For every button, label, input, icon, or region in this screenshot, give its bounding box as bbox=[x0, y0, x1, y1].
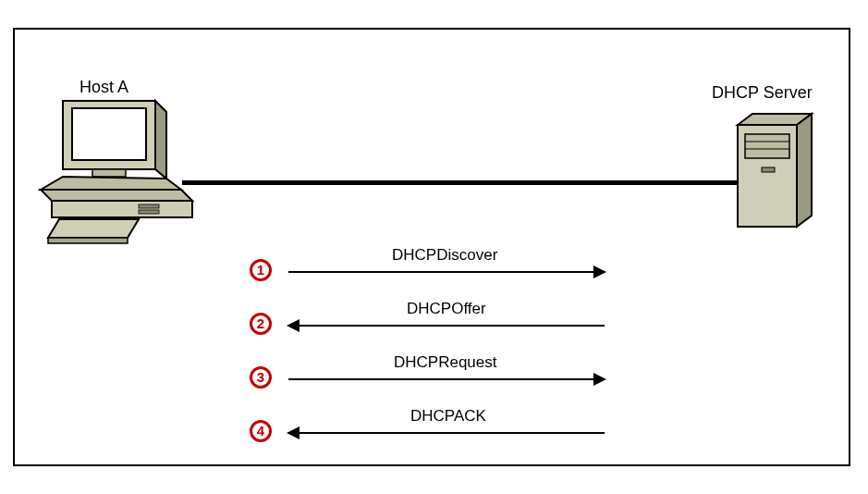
step-label-4: DHCPACK bbox=[410, 407, 486, 426]
step-arrow-1 bbox=[288, 271, 605, 273]
step-label-3: DHCPRequest bbox=[394, 353, 497, 372]
step-label-1: DHCPDiscover bbox=[392, 246, 497, 265]
svg-marker-4 bbox=[41, 190, 192, 201]
svg-rect-2 bbox=[72, 108, 146, 160]
step-circle-3: 3 bbox=[250, 366, 272, 389]
step-arrow-3 bbox=[288, 378, 605, 380]
dhcp-server-icon bbox=[734, 112, 817, 232]
svg-rect-7 bbox=[139, 210, 159, 214]
step-circle-1: 1 bbox=[250, 259, 272, 281]
step-circle-4: 4 bbox=[250, 420, 272, 442]
svg-marker-11 bbox=[41, 177, 181, 190]
step-label-2: DHCPOffer bbox=[407, 300, 486, 318]
svg-rect-6 bbox=[139, 204, 159, 208]
step-circle-2: 2 bbox=[250, 313, 272, 335]
svg-marker-9 bbox=[48, 238, 128, 243]
svg-marker-3 bbox=[92, 169, 126, 177]
svg-rect-16 bbox=[745, 134, 789, 158]
svg-rect-19 bbox=[762, 167, 775, 172]
step-arrow-2 bbox=[288, 325, 605, 327]
host-a-label: Host A bbox=[79, 78, 128, 97]
svg-marker-1 bbox=[155, 101, 166, 179]
svg-marker-15 bbox=[797, 114, 812, 227]
dhcp-server-label: DHCP Server bbox=[712, 83, 813, 103]
network-link-line bbox=[182, 180, 737, 185]
host-computer-icon bbox=[37, 97, 194, 245]
svg-marker-8 bbox=[48, 219, 139, 238]
step-arrow-4 bbox=[288, 432, 605, 434]
diagram-canvas: Host A DHCP Server bbox=[0, 0, 868, 494]
svg-marker-5 bbox=[52, 201, 192, 217]
